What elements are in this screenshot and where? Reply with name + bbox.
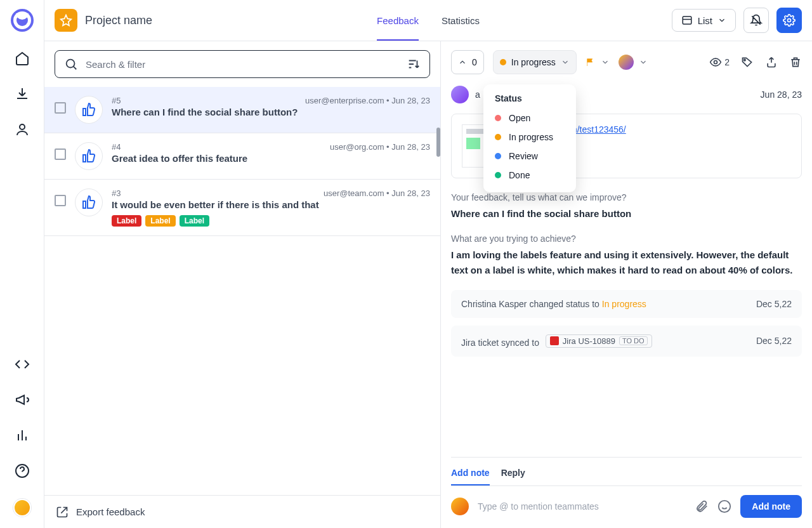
search-box[interactable] — [55, 50, 430, 78]
activity-item: Christina Kasper changed status to In pr… — [451, 290, 802, 318]
analytics-icon[interactable] — [15, 428, 30, 443]
tab-feedback[interactable]: Feedback — [377, 0, 419, 41]
feedback-item[interactable]: #3 user@team.com • Jun 28, 23 It would b… — [44, 180, 440, 236]
svg-point-3 — [788, 19, 791, 22]
status-option[interactable]: Review — [483, 147, 576, 166]
qa-question: What are you trying to achieve? — [451, 234, 802, 244]
tab-reply[interactable]: Reply — [501, 464, 525, 485]
author-date: Jun 28, 23 — [761, 89, 802, 100]
detail-toolbar: 0 In progress 2 — [441, 41, 812, 83]
status-selector[interactable]: In progress — [493, 50, 577, 74]
chevron-down-icon[interactable] — [639, 58, 648, 67]
announce-icon[interactable] — [15, 392, 30, 407]
export-label: Export feedback — [76, 506, 145, 517]
notifications-off-icon[interactable] — [743, 8, 769, 33]
assignee-avatar[interactable] — [619, 55, 634, 70]
qa-question: Your feedback, tell us what can we impro… — [451, 192, 802, 202]
activity-date: Dec 5,22 — [756, 336, 792, 346]
user-icon[interactable] — [15, 122, 30, 137]
attachment-icon[interactable] — [695, 499, 709, 513]
label-chip: Label — [145, 215, 175, 227]
tag-icon[interactable] — [741, 56, 754, 69]
search-icon — [64, 57, 78, 71]
qa-answer: Where can I find the social share button — [451, 206, 802, 221]
sort-icon[interactable] — [407, 57, 421, 71]
feedback-title: It would be even better if there is this… — [112, 199, 430, 210]
feedback-checkbox[interactable] — [55, 102, 66, 114]
settings-button[interactable] — [776, 8, 802, 33]
status-option[interactable]: In progress — [483, 128, 576, 147]
export-icon — [56, 506, 69, 518]
embed-icon[interactable] — [15, 357, 30, 372]
thumb-up-icon — [75, 188, 103, 216]
svg-point-4 — [67, 60, 75, 68]
nav-count: 0 — [472, 57, 477, 67]
activity-item: Jira ticket synced to Jira US-10889 TO D… — [451, 326, 802, 357]
qa-answer: I am loving the labels feature and using… — [451, 248, 802, 277]
feedback-meta: user@org.com • Jun 28, 23 — [330, 142, 430, 152]
note-input[interactable] — [478, 501, 686, 512]
add-note-button[interactable]: Add note — [740, 495, 802, 518]
feedback-id: #3 — [112, 188, 121, 198]
status-option[interactable]: Done — [483, 166, 576, 185]
project-star-icon[interactable] — [55, 9, 77, 32]
export-feedback[interactable]: Export feedback — [44, 495, 440, 528]
author-avatar — [451, 86, 469, 103]
svg-point-5 — [714, 61, 717, 64]
status-dot — [495, 115, 501, 121]
label-chip: Label — [180, 215, 209, 227]
search-input[interactable] — [86, 59, 399, 70]
status-dropdown: Status OpenIn progressReviewDone — [483, 84, 576, 192]
jira-badge[interactable]: Jira US-10889 TO DO — [546, 334, 652, 348]
status-dot — [495, 134, 501, 140]
views-count: 2 — [709, 56, 730, 69]
chevron-down-icon — [561, 58, 570, 67]
help-icon[interactable] — [15, 463, 30, 478]
topbar: Project name Feedback Statistics List — [44, 0, 812, 41]
share-icon[interactable] — [765, 56, 778, 69]
svg-rect-2 — [683, 16, 691, 24]
thumb-up-icon — [75, 96, 103, 124]
status-dot — [500, 59, 506, 65]
emoji-icon[interactable] — [717, 499, 731, 513]
delete-icon[interactable] — [789, 56, 802, 69]
topnav: Feedback Statistics — [377, 0, 480, 41]
app-logo[interactable] — [11, 9, 34, 32]
note-avatar — [451, 498, 469, 515]
status-label: In progress — [511, 57, 556, 67]
status-dot — [495, 172, 501, 178]
chevron-up-icon — [458, 58, 467, 67]
view-toggle[interactable]: List — [672, 9, 736, 32]
feedback-item[interactable]: #4 user@org.com • Jun 28, 23 Great idea … — [44, 133, 440, 180]
eye-icon — [709, 56, 722, 69]
app-sidebar — [0, 0, 44, 528]
scrollbar[interactable] — [436, 128, 440, 157]
flag-icon[interactable] — [586, 57, 596, 67]
author-name: a — [475, 89, 480, 100]
qa-feedback: Your feedback, tell us what can we impro… — [451, 192, 802, 221]
feedback-checkbox[interactable] — [55, 148, 66, 160]
download-icon[interactable] — [15, 86, 30, 102]
tab-statistics[interactable]: Statistics — [442, 0, 480, 41]
qa-goal: What are you trying to achieve? I am lov… — [451, 234, 802, 277]
tab-add-note[interactable]: Add note — [451, 464, 490, 485]
profile-avatar[interactable] — [13, 499, 31, 517]
jira-icon — [550, 336, 559, 345]
feedback-item[interactable]: #5 user@enterprise.com • Jun 28, 23 Wher… — [44, 87, 440, 133]
label-chip: Label — [112, 215, 141, 227]
svg-point-7 — [719, 501, 730, 512]
view-toggle-label: List — [698, 15, 712, 26]
home-icon[interactable] — [15, 51, 30, 66]
list-icon — [681, 15, 693, 26]
feedback-labels: LabelLabelLabel — [112, 215, 430, 227]
status-option[interactable]: Open — [483, 109, 576, 128]
gear-icon — [783, 14, 796, 27]
dropdown-header: Status — [483, 92, 576, 109]
svg-point-6 — [744, 59, 746, 61]
feedback-title: Where can I find the social share button… — [112, 107, 430, 117]
detail-nav-count[interactable]: 0 — [451, 50, 484, 74]
chevron-down-icon[interactable] — [601, 58, 610, 67]
feedback-checkbox[interactable] — [55, 195, 66, 206]
feedback-meta: user@team.com • Jun 28, 23 — [324, 188, 430, 198]
feedback-meta: user@enterprise.com • Jun 28, 23 — [305, 96, 430, 105]
